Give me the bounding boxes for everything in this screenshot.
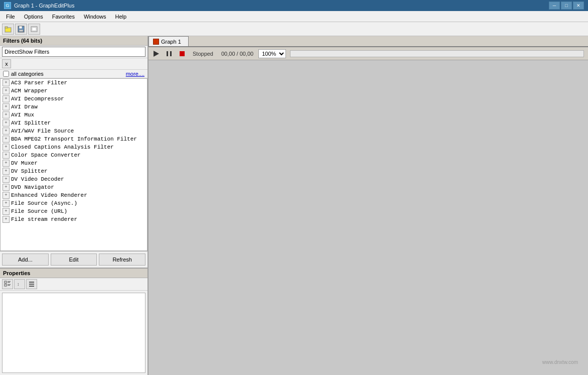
expand-icon: + <box>3 136 10 143</box>
list-item[interactable]: + Color Space Converter <box>1 151 147 159</box>
svg-marker-17 <box>154 51 159 57</box>
svg-rect-7 <box>5 281 7 283</box>
menu-help[interactable]: Help <box>111 13 131 21</box>
prop-categorized-button[interactable] <box>2 279 13 289</box>
menu-options[interactable]: Options <box>20 13 47 21</box>
graph-toolbar: Stopped 00,00 / 00,00 100% 25% 50% 75% 1… <box>149 47 588 60</box>
menu-file[interactable]: File <box>2 13 19 21</box>
minimize-button[interactable]: ─ <box>549 2 560 10</box>
expand-icon: + <box>3 79 10 86</box>
category-row: all categories more.... <box>0 70 148 78</box>
list-item[interactable]: + DVD Navigator <box>1 183 147 191</box>
expand-icon: + <box>3 168 10 175</box>
prop-expand-button[interactable] <box>26 279 37 289</box>
main-layout: Filters (64 bits) DirectShow Filters x a… <box>0 36 588 375</box>
svg-text:↕: ↕ <box>17 282 20 287</box>
window-title: Graph 1 - GraphEditPlus <box>14 3 74 9</box>
svg-rect-20 <box>180 51 185 56</box>
properties-toolbar: ↕ <box>0 278 148 291</box>
play-button[interactable] <box>151 49 162 59</box>
list-item[interactable]: + AVI/WAV File Source <box>1 127 147 135</box>
list-item[interactable]: + DV Video Decoder <box>1 175 147 183</box>
svg-rect-3 <box>19 26 22 29</box>
list-item[interactable]: + AVI Draw <box>1 103 147 111</box>
svg-rect-16 <box>29 286 34 287</box>
search-row: x <box>0 58 148 70</box>
svg-rect-14 <box>29 282 34 283</box>
expand-icon: + <box>3 119 10 127</box>
svg-rect-4 <box>19 30 23 32</box>
zoom-dropdown[interactable]: 100% 25% 50% 75% 150% 200% <box>258 49 286 58</box>
left-panel: Filters (64 bits) DirectShow Filters x a… <box>0 36 149 375</box>
maximize-button[interactable]: □ <box>561 2 572 10</box>
menu-bar: File Options Favorites Windows Help <box>0 11 588 22</box>
menu-windows[interactable]: Windows <box>80 13 110 21</box>
graph-tab-bar: Graph 1 <box>149 36 588 47</box>
zoom-control: 100% 25% 50% 75% 150% 200% <box>258 49 286 58</box>
seek-bar[interactable] <box>290 50 584 57</box>
list-item[interactable]: + DV Muxer <box>1 159 147 167</box>
svg-rect-12 <box>8 285 10 286</box>
svg-rect-18 <box>167 51 168 56</box>
expand-icon: + <box>3 192 10 199</box>
properties-header: Properties <box>0 269 148 278</box>
expand-icon: + <box>3 152 10 159</box>
properties-content <box>2 293 145 373</box>
expand-icon: + <box>3 176 10 183</box>
expand-icon: + <box>3 103 10 110</box>
list-item[interactable]: + Closed Captions Analysis Filter <box>1 143 147 151</box>
list-item[interactable]: + File Source (Async.) <box>1 199 147 207</box>
expand-icon: + <box>3 200 10 207</box>
filter-type-dropdown[interactable]: DirectShow Filters <box>2 47 145 57</box>
open-button[interactable] <box>2 24 14 35</box>
svg-rect-15 <box>29 284 34 285</box>
filter-list: + AC3 Parser Filter + ACM Wrapper + AVI … <box>0 78 148 251</box>
clear-search-button[interactable]: x <box>2 59 11 68</box>
list-item[interactable]: + BDA MPEG2 Transport Information Filter <box>1 135 147 143</box>
graph-tab[interactable]: Graph 1 <box>149 36 189 46</box>
add-button[interactable]: Add... <box>2 254 49 266</box>
menu-favorites[interactable]: Favorites <box>48 13 79 21</box>
title-bar-left: G Graph 1 - GraphEditPlus <box>4 2 74 9</box>
playback-status: Stopped <box>190 51 216 57</box>
graph-tab-label: Graph 1 <box>161 39 181 45</box>
graph-tab-icon <box>153 39 159 45</box>
svg-rect-10 <box>5 284 7 286</box>
filters-header: Filters (64 bits) <box>0 36 148 46</box>
graph-canvas[interactable]: www.dnxtw.com <box>149 60 588 375</box>
expand-icon: + <box>3 184 10 191</box>
watermark: www.dnxtw.com <box>542 359 578 365</box>
right-panel: Graph 1 S <box>149 36 588 375</box>
window-controls: ─ □ ✕ <box>549 2 584 10</box>
refresh-button[interactable]: Refresh <box>99 254 145 266</box>
expand-icon: + <box>3 111 10 118</box>
list-item[interactable]: + AVI Splitter <box>1 119 147 127</box>
list-item[interactable]: + File Source (URL) <box>1 207 147 215</box>
prop-alphabetical-button[interactable]: ↕ <box>14 279 25 289</box>
svg-rect-19 <box>170 51 172 56</box>
list-item[interactable]: + AVI Mux <box>1 111 147 119</box>
pause-button[interactable] <box>164 49 175 59</box>
save-button[interactable] <box>15 24 27 35</box>
stop-button[interactable] <box>177 49 188 59</box>
list-item[interactable]: + File stream renderer <box>1 215 147 223</box>
close-button[interactable]: ✕ <box>573 2 584 10</box>
expand-icon: + <box>3 160 10 167</box>
title-bar: G Graph 1 - GraphEditPlus ─ □ ✕ <box>0 0 588 11</box>
list-item[interactable]: + ACM Wrapper <box>1 87 147 95</box>
expand-icon: + <box>3 216 10 223</box>
snapshot-button[interactable] <box>28 24 40 35</box>
expand-icon: + <box>3 144 10 151</box>
list-item[interactable]: + AVI Decompressor <box>1 95 147 103</box>
list-item[interactable]: + DV Splitter <box>1 167 147 175</box>
properties-panel: Properties ↕ <box>0 268 148 375</box>
list-item[interactable]: + AC3 Parser Filter <box>1 79 147 87</box>
expand-icon: + <box>3 95 10 102</box>
edit-button[interactable]: Edit <box>51 254 97 266</box>
svg-rect-6 <box>32 28 36 31</box>
svg-rect-1 <box>5 27 8 28</box>
more-link[interactable]: more.... <box>126 71 144 77</box>
svg-rect-9 <box>8 282 10 283</box>
list-item[interactable]: + Enhanced Video Renderer <box>1 191 147 199</box>
all-categories-checkbox[interactable] <box>3 71 9 77</box>
